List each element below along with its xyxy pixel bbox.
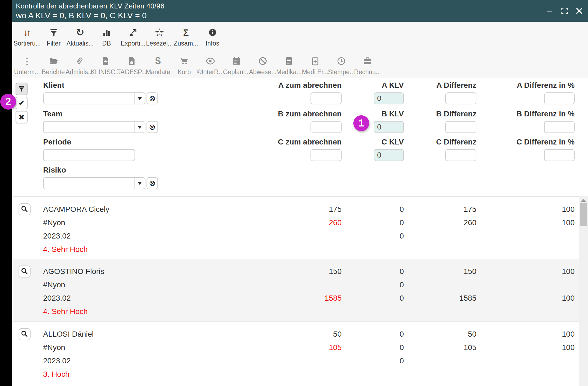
search-icon: [20, 329, 29, 339]
toolbar-item-label: Abwese...: [249, 69, 277, 75]
filter-input-a-zum[interactable]: [311, 92, 342, 104]
value-pct: [476, 229, 575, 243]
filter-input-a-klv[interactable]: 0: [374, 92, 404, 104]
sort-icon: ↓↑: [23, 25, 31, 40]
filter-label-c-diff: C Differenz: [367, 137, 476, 147]
filter-input-c-zum[interactable]: [311, 149, 342, 161]
client-name: ACAMPORA Cicely: [43, 203, 302, 216]
app-window: Kontrolle der abrechenbaren KLV Zeiten 4…: [12, 0, 588, 386]
toolbar-item-label: Infos: [206, 40, 219, 47]
toolbar-item-mandate[interactable]: $Mandate: [145, 50, 171, 75]
value-diff: [404, 354, 476, 367]
value-klv: 0: [342, 341, 404, 354]
value-pct: 100: [476, 291, 575, 305]
filter-label-b-diff: B Differenz: [367, 109, 476, 119]
value-diff: [404, 243, 476, 256]
briefcase-icon: [363, 53, 372, 69]
value-diff: 150: [404, 265, 476, 278]
dropdown-arrow-icon[interactable]: [134, 178, 145, 189]
filter-input-b-pct[interactable]: [544, 121, 575, 133]
toolbar-item-filter[interactable]: Filter: [40, 22, 67, 47]
scroll-up-icon[interactable]: [581, 199, 586, 202]
secondary-toolbar: ⋮Unterm...BerichteAdminis...KLINISC...TA…: [12, 50, 588, 78]
toolbar-item-infos[interactable]: iInfos: [199, 22, 226, 47]
toolbar-item-abwesenheit[interactable]: Abwese...: [250, 50, 276, 75]
filter-input-c-diff[interactable]: [445, 149, 476, 161]
toolbar-item-korb[interactable]: Korb: [171, 50, 197, 75]
toolbar-item-administration[interactable]: Adminis...: [66, 50, 92, 75]
toolbar-item-exportieren[interactable]: Exporti...: [120, 22, 146, 47]
toolbar-item-zusammenfassung[interactable]: ΣZusam...: [173, 22, 199, 47]
row-search-button[interactable]: [19, 328, 31, 340]
toolbar-item-tagesplan[interactable]: TAGESP...: [119, 50, 145, 75]
filter-toggle-button[interactable]: [16, 83, 28, 95]
sum-icon: Σ: [183, 25, 189, 40]
value-diff: 1585: [404, 291, 476, 305]
table-row[interactable]: AGOSTINO Floris1500150100#Nyon02023.0215…: [12, 259, 579, 322]
toolbar-item-label: Rechnu...: [354, 69, 381, 75]
risk-level: 4. Sehr Hoch: [43, 243, 302, 256]
filter-input-a-diff[interactable]: [445, 92, 476, 104]
periode: 2023.02: [43, 291, 302, 305]
apply-filter-button[interactable]: ✔: [16, 97, 28, 109]
annotation-label: 2: [5, 96, 11, 107]
toolbar-item-klinisches[interactable]: KLINISC...: [92, 50, 119, 75]
toolbar-item-geplant[interactable]: Geplant...: [223, 50, 250, 75]
toolbar-item-rechnung[interactable]: Rechnu...: [354, 50, 381, 75]
row-search-button[interactable]: [19, 203, 31, 215]
row-search-button[interactable]: [19, 266, 31, 278]
filter-input-a-pct[interactable]: [544, 92, 575, 104]
filter-input-team[interactable]: [44, 122, 134, 132]
scrollbar-thumb[interactable]: [580, 203, 587, 226]
filter-input-c-pct[interactable]: [544, 149, 575, 161]
dropdown-arrow-icon[interactable]: [134, 93, 145, 104]
clear-field-button-klient[interactable]: ⊗: [147, 92, 158, 104]
value-pct: 100: [476, 203, 575, 216]
maximize-icon: [560, 7, 569, 15]
filter-combo-team: [43, 121, 145, 133]
clear-field-button-risiko[interactable]: ⊗: [147, 177, 158, 189]
filter-icon: [49, 25, 59, 40]
value-pct: [476, 243, 575, 256]
toolbar-item-interrai[interactable]: ©InterR...: [197, 50, 223, 75]
clear-filter-button[interactable]: ✖: [16, 111, 28, 123]
maximize-button[interactable]: [560, 7, 569, 15]
toolbar-item-medikamente[interactable]: Medika...: [276, 50, 302, 75]
toolbar-item-label: Medi Er...: [302, 69, 328, 75]
table-row[interactable]: ACAMPORA Cicely1750175100#Nyon2600260100…: [12, 197, 579, 259]
toolbar-item-label: Sortieru...: [14, 40, 41, 47]
toolbar-item-stempeluhr[interactable]: Stempe...: [328, 50, 354, 75]
calendar-icon: [232, 53, 241, 69]
filter-combo-risiko: [43, 177, 145, 189]
filter-input-b-diff[interactable]: [445, 121, 476, 133]
clear-field-button-team[interactable]: ⊗: [147, 121, 158, 133]
vertical-scrollbar[interactable]: [579, 196, 588, 386]
minimize-button[interactable]: [545, 7, 554, 15]
search-icon: [20, 204, 29, 215]
risk-level: 3. Hoch: [43, 367, 302, 381]
toolbar-item-berichte[interactable]: Berichte: [40, 50, 66, 75]
toolbar-item-untermenue[interactable]: ⋮Unterm...: [14, 50, 40, 75]
export-icon: [128, 25, 138, 40]
value-pct: 100: [476, 265, 575, 278]
value-diff: 175: [404, 203, 476, 216]
filter-input-b-klv[interactable]: 0: [374, 121, 404, 133]
filter-input-b-zum[interactable]: [311, 121, 342, 133]
filter-input-risiko[interactable]: [44, 178, 134, 189]
table-row[interactable]: ALLOSI Dániel50050100#Nyon10501051002023…: [12, 322, 579, 386]
value-klv: 0: [342, 203, 404, 216]
toolbar-item-medi-erfassung[interactable]: Medi Er...: [302, 50, 328, 75]
toolbar-item-db[interactable]: DB: [93, 22, 120, 47]
filter-input-c-klv[interactable]: 0: [374, 149, 404, 161]
toolbar-item-aktualisieren[interactable]: ↻Aktualis...: [67, 22, 93, 47]
value-zum: 1585: [302, 291, 342, 305]
window-subtitle: wo A KLV = 0, B KLV = 0, C KLV = 0: [16, 11, 147, 20]
filter-label-periode: Periode: [43, 137, 71, 147]
dropdown-arrow-icon[interactable]: [134, 122, 145, 132]
close-button[interactable]: [575, 7, 584, 15]
toolbar-item-sortieren[interactable]: ↓↑Sortieru...: [14, 22, 40, 47]
toolbar-item-label: Exporti...: [121, 40, 145, 47]
filter-input-periode[interactable]: [43, 149, 135, 161]
toolbar-item-lesezeichen[interactable]: ☆Lesezei...: [146, 22, 173, 47]
filter-input-klient[interactable]: [44, 93, 134, 104]
